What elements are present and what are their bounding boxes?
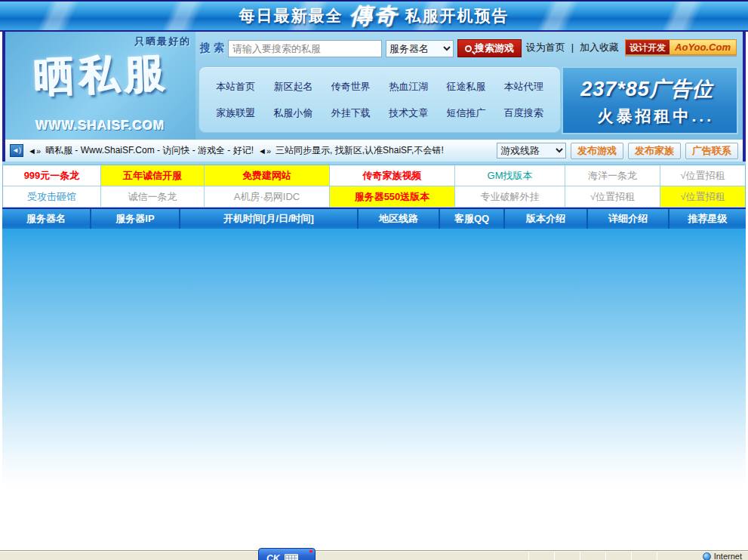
banner-text-prefix: 每日最新最全 <box>239 5 343 26</box>
nav-link-1-2[interactable]: 外挂下载 <box>322 106 380 120</box>
table-column-header-4: 客服QQ <box>440 209 505 229</box>
notice-button-1[interactable]: 发布家族 <box>628 143 681 159</box>
ime-mode-label: CK <box>266 553 279 560</box>
nav-link-0-2[interactable]: 传奇世界 <box>322 80 380 94</box>
status-zone: Internet <box>703 552 742 560</box>
nav-link-1-1[interactable]: 私服小偷 <box>264 106 322 120</box>
promo-link-0-6[interactable]: √位置招租 <box>660 165 745 186</box>
designer-badge-site: AoYoo.Com <box>670 40 736 54</box>
promo-row-1: 受攻击砸馆诚信一条龙A机房·易网IDC服务器550送版本专业破解外挂√位置招租√… <box>3 186 745 208</box>
promo-link-0-3[interactable]: 传奇家族视频 <box>330 165 455 186</box>
search-button[interactable]: 搜索游戏 <box>457 39 522 57</box>
marquee-text-2: 三站同步显示, 找新区,认准ShaiSF,不会错! <box>275 144 444 157</box>
table-column-header-0: 服务器名 <box>2 209 91 229</box>
nav-link-1-3[interactable]: 技术文章 <box>380 106 437 120</box>
nav-link-1-4[interactable]: 短信推广 <box>437 106 494 120</box>
search-input[interactable] <box>228 40 382 57</box>
promo-link-0-2[interactable]: 免费建网站 <box>205 165 330 186</box>
banner-text-suffix: 私服开机预告 <box>405 5 509 26</box>
promo-link-0-4[interactable]: GM找版本 <box>455 165 565 186</box>
nav-link-1-0[interactable]: 家族联盟 <box>207 106 264 120</box>
keyboard-icon[interactable] <box>285 554 298 560</box>
ad-slot[interactable]: 237*85广告位 火暴招租中... <box>562 66 738 134</box>
set-home-link[interactable]: 设为首页 <box>526 41 565 54</box>
status-zone-label: Internet <box>714 552 742 560</box>
internet-globe-icon <box>703 552 711 560</box>
marquee-arrow-icon-2: ◄» <box>258 146 271 155</box>
table-column-header-7: 推荐星级 <box>670 209 746 229</box>
nav-link-0-0[interactable]: 本站首页 <box>207 80 264 94</box>
server-table-header: 服务器名服务器IP开机时间[月/日/时间]地区线路客服QQ版本介绍详细介绍推荐星… <box>2 208 746 229</box>
nav-link-0-5[interactable]: 本站代理 <box>495 80 553 94</box>
notice-bar: ◄) ◄» 晒私服 - Www.ShaiSF.Com - 访问快 - 游戏全 -… <box>5 140 743 162</box>
marquee-arrow-icon: ◄» <box>28 146 41 155</box>
promo-zone: 999元一条龙五年诚信开服免费建网站传奇家族视频GM找版本海洋一条龙√位置招租受… <box>2 162 746 208</box>
promo-link-1-0[interactable]: 受攻击砸馆 <box>3 186 101 207</box>
nav-link-0-4[interactable]: 征途私服 <box>437 80 494 94</box>
promo-link-0-1[interactable]: 五年诚信开服 <box>101 165 205 186</box>
table-column-header-6: 详细介绍 <box>588 209 670 229</box>
search-button-label: 搜索游戏 <box>475 42 514 55</box>
promo-link-1-1[interactable]: 诚信一条龙 <box>101 186 205 207</box>
ad-slot-size: 237*85广告位 <box>563 75 731 103</box>
server-list-area <box>2 229 746 504</box>
marquee-text-1: 晒私服 - Www.ShaiSF.Com - 访问快 - 游戏全 - 好记! <box>45 144 254 157</box>
table-column-header-2: 开机时间[月/日/时间] <box>180 209 359 229</box>
designer-badge-label: 设计开发 <box>626 40 670 54</box>
banner-text-highlight: 傳奇 <box>349 1 399 32</box>
designer-badge[interactable]: 设计开发 AoYoo.Com <box>625 39 737 55</box>
nav-link-0-1[interactable]: 新区起名 <box>264 80 322 94</box>
ime-toolbar[interactable]: CK <box>258 548 316 560</box>
game-line-select[interactable]: 游戏线路 <box>497 143 566 158</box>
table-column-header-3: 地区线路 <box>359 209 440 229</box>
logo-url: WWW.SHAISF.COM <box>5 118 195 134</box>
site-header: 只晒最好的 晒私服 WWW.SHAISF.COM 搜 索 服务器名 搜索游戏 设… <box>5 32 743 140</box>
notice-buttons: 发布游戏发布家族广告联系 <box>571 143 738 159</box>
promo-link-1-5[interactable]: √位置招租 <box>565 186 660 207</box>
add-favorite-link[interactable]: 加入收藏 <box>580 41 619 54</box>
page-frame: 只晒最好的 晒私服 WWW.SHAISF.COM 搜 索 服务器名 搜索游戏 设… <box>2 32 746 550</box>
quick-links-divider: | <box>571 42 574 53</box>
ad-slot-cta: 火暴招租中... <box>563 106 731 127</box>
nav-menu: 本站首页新区起名传奇世界热血江湖征途私服本站代理家族联盟私服小偷外挂下载技术文章… <box>199 66 561 133</box>
notice-button-0[interactable]: 发布游戏 <box>571 143 623 159</box>
table-column-header-5: 版本介绍 <box>505 209 588 229</box>
promo-link-1-3[interactable]: 服务器550送版本 <box>330 186 455 207</box>
table-column-header-1: 服务器IP <box>91 209 180 229</box>
browser-status-bar: Internet <box>0 550 748 560</box>
promo-link-1-2[interactable]: A机房·易网IDC <box>205 186 330 207</box>
search-type-select[interactable]: 服务器名 <box>386 40 454 57</box>
search-label: 搜 索 <box>200 42 224 55</box>
site-logo[interactable]: 只晒最好的 晒私服 WWW.SHAISF.COM <box>5 32 195 140</box>
promo-link-0-5[interactable]: 海洋一条龙 <box>565 165 660 186</box>
speaker-icon: ◄) <box>10 144 23 157</box>
logo-title: 晒私服 <box>11 45 193 106</box>
notice-button-2[interactable]: 广告联系 <box>685 143 738 159</box>
promo-grid: 999元一条龙五年诚信开服免费建网站传奇家族视频GM找版本海洋一条龙√位置招租受… <box>2 165 746 208</box>
promo-link-1-4[interactable]: 专业破解外挂 <box>455 186 565 207</box>
nav-link-0-3[interactable]: 热血江湖 <box>380 80 437 94</box>
promo-link-0-0[interactable]: 999元一条龙 <box>3 165 101 186</box>
top-ad-banner[interactable]: 每日最新最全 傳奇 私服开机预告 <box>0 0 748 32</box>
search-icon <box>465 45 472 52</box>
quick-links: 设为首页 | 加入收藏 设计开发 AoYoo.Com <box>526 39 737 55</box>
nav-link-1-5[interactable]: 百度搜索 <box>495 106 553 120</box>
status-bar-separators <box>528 551 657 560</box>
search-bar: 搜 索 服务器名 搜索游戏 <box>200 38 522 58</box>
ime-close-icon[interactable] <box>309 550 312 552</box>
promo-link-1-6[interactable]: √位置招租 <box>660 186 745 207</box>
promo-row-0: 999元一条龙五年诚信开服免费建网站传奇家族视频GM找版本海洋一条龙√位置招租 <box>3 165 745 186</box>
